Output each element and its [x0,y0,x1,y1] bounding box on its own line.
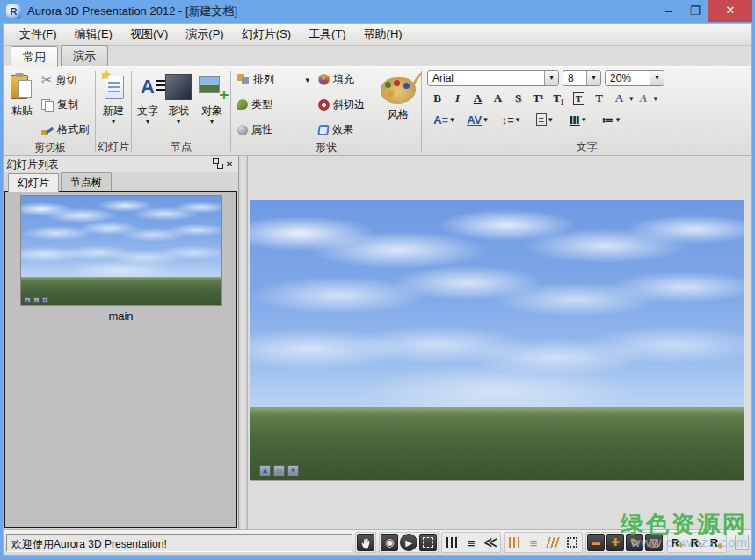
orange-bars-icon [509,537,519,548]
free-arrange-button[interactable] [563,534,581,551]
font-family-select[interactable]: Arial ▾ [427,70,559,86]
copy-button[interactable]: 复制 [39,97,91,113]
subscript-button[interactable]: T₁ [548,90,569,107]
fan-layout-button[interactable]: ≪ [482,534,499,551]
fit-view-button[interactable]: ▨ [645,534,663,551]
vertical-text-button[interactable]: Ⅲ ▾ [561,111,594,128]
chevron-down-icon: ▾ [305,76,309,84]
effect-button[interactable]: 效果 [316,121,375,138]
panel-float-button[interactable] [211,159,223,171]
text-color-button[interactable]: A [634,90,654,107]
new-slide-button[interactable]: ★ 新建 ▾ [98,69,129,127]
object-node-icon: + [199,76,225,98]
minimize-button[interactable]: – [656,2,682,21]
strikethrough-button[interactable]: A [488,90,508,107]
zoom-select[interactable]: 20% ▾ [605,70,664,86]
align-button[interactable]: ≡ ▾ [527,111,561,128]
kerning-button[interactable]: AV ▾ [461,111,494,128]
bold-button[interactable]: B [427,90,447,107]
tab-slides[interactable]: 幻灯片 [8,173,59,192]
type-button[interactable]: 类型 [235,97,312,113]
nav-down-icon: ▼ [42,297,48,303]
italic-button[interactable]: I [447,90,468,107]
menu-view[interactable]: 视图(V) [121,24,177,45]
align-slant-button[interactable] [544,534,562,551]
nav-up-icon: ▲ [25,297,31,303]
text-node-button[interactable]: A 文字 ▾ [134,69,162,127]
panel-close-button[interactable]: ✕ [223,159,236,171]
cut-button[interactable]: ✂ 剪切 [39,71,91,89]
text-frame-button[interactable]: T [573,92,584,105]
bullet-list-button[interactable]: ≔ ▾ [594,111,628,128]
collapse-button[interactable]: ▬ [587,534,605,551]
column-layout-button[interactable] [443,534,461,551]
menu-tools[interactable]: 工具(T) [300,24,355,45]
menu-present[interactable]: 演示(P) [177,24,232,45]
properties-button[interactable]: 属性 [235,121,312,138]
bevel-button[interactable]: 斜切边 [316,97,375,113]
reset-view-button[interactable]: R ◆ [708,534,725,551]
row-layout-button[interactable]: ≡ [462,534,480,551]
properties-icon [237,125,248,135]
chevron-down-icon: ▾ [210,117,214,126]
nav-home-button[interactable]: ⌂ [273,465,285,476]
font-size-select[interactable]: 8 ▾ [563,70,601,86]
text-art-button[interactable]: A [609,90,629,107]
fill-button[interactable]: 填充 [316,71,375,88]
text-node-icon: A [141,76,155,98]
rotate-view-button[interactable]: ↻ [626,534,643,551]
chevron-down-icon[interactable]: ▾ [586,71,600,85]
tab-common[interactable]: 常用 [11,46,58,67]
line-spacing-button[interactable]: ↕≡ ▾ [494,111,527,128]
menu-slide[interactable]: 幻灯片(S) [233,24,300,45]
style-button[interactable]: 风格 [377,72,419,122]
close-button[interactable]: ✕ [708,0,752,22]
rotate-icon: ↻ [630,536,639,549]
pan-tool-button[interactable] [357,534,374,551]
play-button[interactable]: ▶ [400,534,417,551]
arrange-button[interactable]: 排列 ▾ [235,71,312,88]
slide-thumbnail[interactable]: ▲ ⌂ ▼ [20,195,222,306]
align-rows-button[interactable]: ≡ [525,534,542,551]
arrows-icon: ≪ [483,535,497,550]
nav-down-button[interactable]: ▼ [287,465,299,476]
char-size-button[interactable]: A≡ ▾ [427,111,461,128]
nav-home-icon: ⌂ [33,297,40,303]
resize-grip[interactable] [735,535,749,550]
scissors-icon: ✂ [41,72,53,88]
superscript-button[interactable]: T¹ [528,90,548,107]
chevron-down-icon[interactable]: ▾ [650,71,664,85]
add-button[interactable]: ✚ [606,534,624,551]
tab-present[interactable]: 演示 [61,45,108,66]
menu-help[interactable]: 帮助(H) [355,24,411,45]
chevron-down-icon: ▾ [177,117,181,126]
slide-viewport[interactable]: ▲ ⌂ ▼ [250,200,744,481]
nav-up-button[interactable]: ▲ [259,465,271,476]
tab-node-tree[interactable]: 节点树 [61,172,112,191]
reset-rotate-button[interactable]: R ↻ [688,534,706,551]
panel-splitter[interactable] [239,156,248,529]
reset-add-button[interactable]: R ✚ [669,534,686,551]
camera-button[interactable]: ◉ [381,534,398,551]
paste-button[interactable]: 粘贴 [7,69,37,119]
chevron-down-icon: ▾ [450,115,454,124]
text-direction-button[interactable]: T [589,90,609,107]
chevron-down-icon[interactable]: ▾ [654,94,658,103]
align-columns-button[interactable] [505,534,523,551]
select-region-button[interactable] [419,534,437,551]
menu-edit[interactable]: 编辑(E) [66,24,121,45]
shape-node-button[interactable]: 形状 ▾ [162,69,195,127]
chevron-down-icon[interactable]: ▾ [544,71,558,85]
shadow-button[interactable]: S [508,90,528,107]
diamond-icon: ◆ [717,542,722,549]
object-node-button[interactable]: + 对象 ▾ [195,69,229,127]
format-painter-button[interactable]: 格式刷 [39,121,91,138]
orange-lines-icon: ≡ [530,535,538,550]
titlebar: R Aurora 3D Presentation 2012 - [新建文档] –… [3,0,752,23]
chevron-down-icon: ▾ [548,115,553,124]
underline-button[interactable]: A [468,90,488,107]
menu-file[interactable]: 文件(F) [11,24,66,45]
group-slide: ★ 新建 ▾ 幻灯片 [98,69,129,155]
maximize-button[interactable]: ❐ [682,2,708,21]
statusbar: 欢迎使用Aurora 3D Presentation! ◉ ▶ ≡ ≪ ≡ [4,529,751,555]
